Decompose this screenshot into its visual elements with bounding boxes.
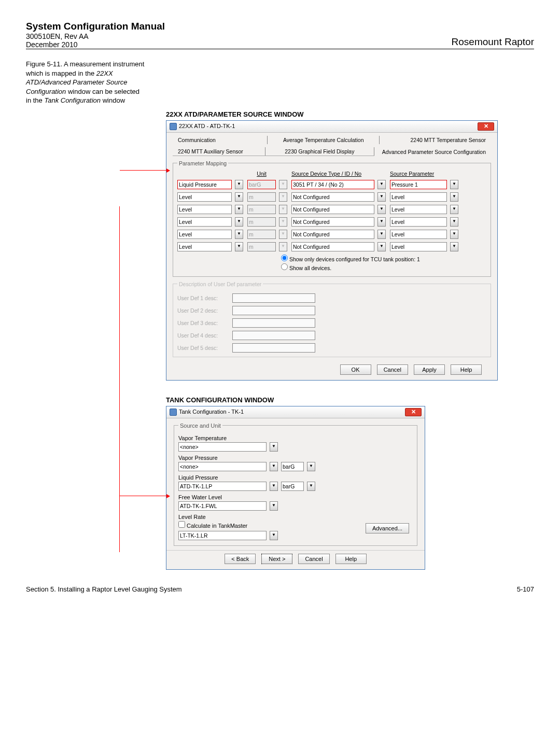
chevron-down-icon[interactable]: ▼: [377, 230, 386, 239]
doc-code: 300510EN, Rev AA: [26, 32, 165, 40]
chevron-down-icon[interactable]: ▼: [235, 242, 243, 251]
chevron-down-icon[interactable]: ▼: [235, 180, 243, 189]
tab-2240-aux[interactable]: 2240 MTT Auxiliary Sensor: [173, 147, 265, 156]
pointer-arrow-2: [120, 496, 166, 496]
chevron-down-icon: ▼: [279, 217, 287, 227]
chevron-down-icon[interactable]: ▼: [450, 180, 458, 189]
pm-param-select[interactable]: [177, 230, 232, 239]
pm-row: ▼▼▼▼: [177, 217, 486, 227]
ok-button[interactable]: OK: [340, 364, 371, 375]
pm-param-select[interactable]: [177, 180, 232, 189]
tab-2230-display[interactable]: 2230 Graphical Field Display: [265, 147, 374, 156]
source-and-unit-legend: Source and Unit: [178, 423, 222, 429]
chevron-down-icon[interactable]: ▼: [450, 242, 458, 251]
vapor-press-select[interactable]: [178, 462, 267, 471]
userdef-label: User Def 1 desc:: [177, 295, 229, 301]
pm-param-select[interactable]: [177, 192, 232, 202]
chevron-down-icon[interactable]: ▼: [307, 462, 315, 471]
pm-source-param-select[interactable]: [390, 192, 447, 202]
chevron-down-icon[interactable]: ▼: [270, 482, 278, 491]
chevron-down-icon[interactable]: ▼: [450, 205, 458, 214]
chevron-down-icon[interactable]: ▼: [307, 482, 315, 491]
chevron-down-icon: ▼: [279, 180, 287, 189]
tab-adv-param-source[interactable]: Advanced Parameter Source Configuration: [374, 148, 491, 156]
help-button[interactable]: Help: [335, 554, 367, 564]
userdef-row: User Def 5 desc:: [177, 343, 486, 353]
pm-source-select[interactable]: [291, 180, 374, 189]
vapor-temp-select[interactable]: [178, 442, 267, 452]
radio-tcu-only[interactable]: Show only devices configured for TCU tan…: [281, 255, 486, 262]
pm-param-select[interactable]: [177, 217, 232, 227]
chevron-down-icon[interactable]: ▼: [377, 192, 386, 202]
close-icon[interactable]: ✕: [405, 408, 422, 416]
levelrate-label: Level Rate: [178, 514, 413, 520]
radio-show-all[interactable]: Show all devices.: [281, 263, 486, 271]
pointer-connector: [119, 206, 120, 552]
chevron-down-icon[interactable]: ▼: [377, 180, 386, 189]
tank-button-row: < Back Next > Cancel Help: [166, 550, 425, 569]
pm-source-param-select[interactable]: [390, 205, 447, 214]
parameter-mapping-legend: Parameter Mapping: [177, 160, 228, 166]
fwl-select[interactable]: [178, 501, 267, 511]
chevron-down-icon[interactable]: ▼: [450, 230, 458, 239]
chevron-down-icon[interactable]: ▼: [270, 442, 278, 452]
chevron-down-icon[interactable]: ▼: [450, 217, 458, 227]
levelrate-calc-label: Calculate in TankMaster: [187, 523, 247, 529]
tab-communication[interactable]: Communication: [173, 136, 268, 144]
chevron-down-icon[interactable]: ▼: [270, 531, 278, 540]
pm-source-select[interactable]: [291, 205, 374, 214]
userdef-label: User Def 5 desc:: [177, 345, 229, 351]
levelrate-select[interactable]: [178, 531, 267, 540]
liquid-press-unit[interactable]: [281, 482, 304, 491]
doc-header-left: System Configuration Manual 300510EN, Re…: [26, 21, 165, 49]
apply-button[interactable]: Apply: [414, 364, 445, 375]
levelrate-calc-checkbox-input[interactable]: [178, 521, 185, 528]
chevron-down-icon[interactable]: ▼: [377, 205, 386, 214]
pm-source-select[interactable]: [291, 242, 374, 251]
pm-source-param-select[interactable]: [390, 230, 447, 239]
advanced-button[interactable]: Advanced...: [366, 523, 409, 533]
radio-show-all-label: Show all devices.: [289, 265, 331, 271]
chevron-down-icon[interactable]: ▼: [450, 192, 458, 202]
radio-tcu-only-label: Show only devices configured for TCU tan…: [289, 256, 420, 262]
pm-source-param-select[interactable]: [390, 217, 447, 227]
cancel-button[interactable]: Cancel: [298, 554, 329, 564]
pm-source-param-select[interactable]: [390, 180, 447, 189]
liquid-press-select[interactable]: [178, 482, 267, 491]
next-button[interactable]: Next >: [261, 554, 292, 564]
chevron-down-icon: ▼: [279, 230, 287, 239]
chevron-down-icon[interactable]: ▼: [235, 217, 243, 227]
back-button[interactable]: < Back: [225, 554, 256, 564]
chevron-down-icon[interactable]: ▼: [377, 242, 386, 251]
chevron-down-icon[interactable]: ▼: [235, 205, 243, 214]
chevron-down-icon[interactable]: ▼: [270, 501, 278, 511]
userdef-input: [232, 343, 315, 353]
close-icon[interactable]: ✕: [478, 122, 494, 131]
pm-param-select[interactable]: [177, 205, 232, 214]
tab-2240-sensor[interactable]: 2240 MTT Temperature Sensor: [380, 136, 491, 144]
pm-source-select[interactable]: [291, 230, 374, 239]
chevron-down-icon[interactable]: ▼: [377, 217, 386, 227]
pm-unit-field: [247, 217, 276, 227]
pm-source-param-select[interactable]: [390, 242, 447, 251]
tab-avg-temp[interactable]: Average Temperature Calculation: [268, 136, 380, 144]
atd-window-titlebar: 22XX ATD - ATD-TK-1 ✕: [166, 121, 497, 133]
caption-lead: Figure 5-11. A measurement instrument wh…: [26, 60, 144, 77]
chevron-down-icon[interactable]: ▼: [235, 230, 243, 239]
doc-title: System Configuration Manual: [26, 21, 165, 32]
pm-source-select[interactable]: [291, 192, 374, 202]
vapor-press-unit[interactable]: [281, 462, 304, 471]
pm-unit-field: [247, 242, 276, 251]
help-button[interactable]: Help: [451, 364, 482, 375]
user-def-group: Description of User Def parameter User D…: [173, 281, 491, 357]
chevron-down-icon[interactable]: ▼: [270, 462, 278, 471]
userdef-input: [232, 331, 315, 340]
chevron-down-icon[interactable]: ▼: [235, 192, 243, 202]
pm-source-select[interactable]: [291, 217, 374, 227]
fwl-label: Free Water Level: [178, 494, 413, 500]
pm-param-select[interactable]: [177, 242, 232, 251]
radio-show-all-input[interactable]: [281, 263, 288, 270]
pm-row: ▼▼▼▼: [177, 180, 486, 189]
cancel-button[interactable]: Cancel: [377, 364, 408, 375]
radio-tcu-only-input[interactable]: [281, 255, 288, 261]
